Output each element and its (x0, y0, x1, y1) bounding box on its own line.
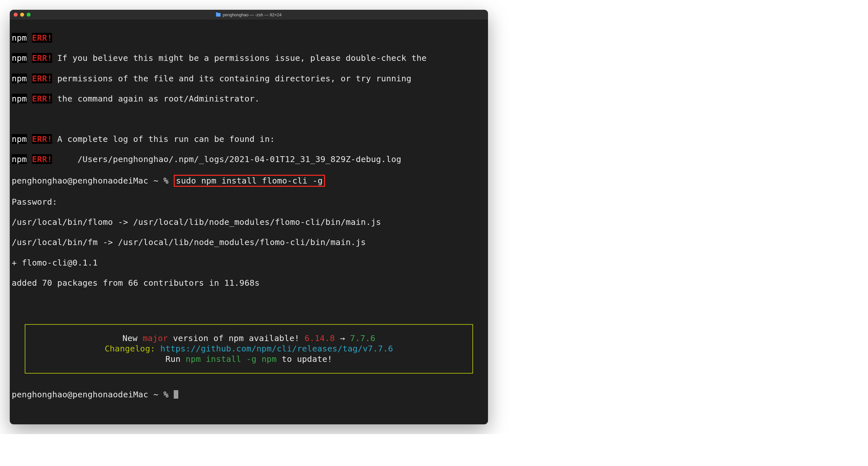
output-line: /usr/local/bin/fm -> /usr/local/lib/node… (12, 237, 486, 247)
err-text: If you believe this might be a permissio… (52, 53, 427, 63)
notice-new-version: 7.7.6 (350, 333, 375, 343)
minimize-button[interactable] (20, 13, 24, 17)
err-tag: ERR! (32, 73, 52, 83)
err-text: permissions of the file and its containi… (52, 73, 411, 83)
terminal-output[interactable]: npm ERR! npm ERR! If you believe this mi… (10, 20, 488, 424)
notice-text: New (122, 333, 143, 343)
npm-tag: npm (12, 134, 27, 144)
notice-changelog-url: https://github.com/npm/cli/releases/tag/… (160, 344, 393, 353)
window-title-text: penghonghao — -zsh — 92×24 (222, 12, 281, 17)
npm-tag: npm (12, 154, 27, 164)
err-tag: ERR! (32, 134, 52, 144)
err-text: the command again as root/Administrator. (52, 94, 259, 103)
err-tag: ERR! (32, 154, 52, 164)
command-highlight: sudo npm install flomo-cli -g (174, 175, 325, 187)
npm-tag: npm (12, 53, 27, 63)
prompt-prefix: penghonghao@penghonaodeiMac ~ % (12, 390, 174, 399)
window-title: penghonghao — -zsh — 92×24 (14, 12, 484, 17)
prompt-line: penghonghao@penghonaodeiMac ~ % sudo npm… (12, 175, 486, 187)
notice-text: to update! (277, 354, 333, 364)
npm-tag: npm (12, 73, 27, 83)
err-line: npm ERR! A complete log of this run can … (12, 134, 486, 144)
window-titlebar: penghonghao — -zsh — 92×24 (10, 10, 488, 20)
err-line: npm ERR! permissions of the file and its… (12, 73, 486, 84)
blank-line (12, 298, 486, 308)
npm-tag: npm (12, 33, 27, 43)
notice-arrow: → (335, 333, 350, 343)
err-tag: ERR! (32, 33, 52, 43)
err-line: npm ERR! (12, 33, 486, 43)
cursor-icon (174, 390, 178, 399)
prompt-prefix: penghonghao@penghonaodeiMac ~ % (12, 176, 174, 185)
err-text: /Users/penghonghao/.npm/_logs/2021-04-01… (52, 154, 401, 164)
blank-line (12, 114, 486, 124)
output-line: + flomo-cli@0.1.1 (12, 258, 486, 268)
err-tag: ERR! (32, 94, 52, 103)
shell-command: sudo npm install flomo-cli -g (176, 176, 323, 185)
npm-update-notice: New major version of npm available! 6.14… (25, 324, 473, 374)
traffic-lights (14, 13, 31, 17)
output-line: Password: (12, 197, 486, 207)
folder-icon (216, 13, 221, 17)
zoom-button[interactable] (27, 13, 31, 17)
notice-text: version of npm available! (168, 333, 305, 343)
close-button[interactable] (14, 13, 18, 17)
notice-install-cmd: npm install -g npm (186, 354, 277, 364)
output-line: added 70 packages from 66 contributors i… (12, 278, 486, 288)
prompt-line[interactable]: penghonghao@penghonaodeiMac ~ % (12, 390, 486, 400)
err-line: npm ERR! /Users/penghonghao/.npm/_logs/2… (12, 154, 486, 164)
err-tag: ERR! (32, 53, 52, 63)
terminal-window: penghonghao — -zsh — 92×24 npm ERR! npm … (10, 10, 488, 424)
notice-text: Run (165, 354, 185, 364)
npm-tag: npm (12, 94, 27, 103)
err-text: A complete log of this run can be found … (52, 134, 275, 144)
err-line: npm ERR! If you believe this might be a … (12, 53, 486, 63)
output-line: /usr/local/bin/flomo -> /usr/local/lib/n… (12, 217, 486, 227)
err-line: npm ERR! the command again as root/Admin… (12, 94, 486, 104)
notice-changelog-label: Changelog: (105, 344, 160, 353)
notice-major: major (143, 333, 168, 343)
notice-old-version: 6.14.8 (305, 333, 335, 343)
